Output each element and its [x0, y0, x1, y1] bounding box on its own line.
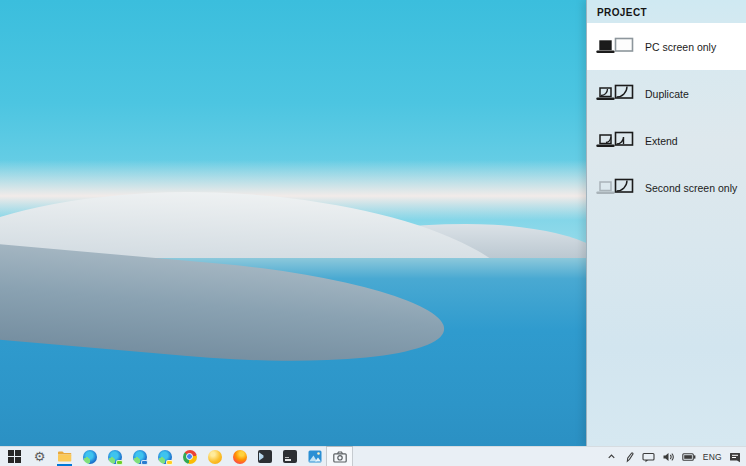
taskbar: ⚙	[0, 446, 746, 466]
project-option-extend[interactable]: Extend	[587, 117, 746, 164]
project-panel-title: PROJECT	[587, 0, 746, 23]
second-screen-only-icon	[596, 176, 636, 200]
touch-keyboard-button[interactable]	[642, 447, 655, 466]
edge-beta-button[interactable]	[102, 447, 127, 466]
volume-button[interactable]	[662, 447, 675, 466]
project-panel: PROJECT PC screen only Duplicate	[586, 0, 746, 446]
edge-canary-button[interactable]	[152, 447, 177, 466]
gear-icon: ⚙	[34, 450, 46, 463]
project-option-label: Second screen only	[645, 182, 737, 194]
pc-screen-only-icon	[596, 35, 636, 59]
firefox-icon	[233, 450, 247, 464]
chrome-canary-button[interactable]	[202, 447, 227, 466]
edge-icon	[83, 450, 97, 464]
edge-dev-icon	[133, 450, 147, 464]
project-option-pc-screen-only[interactable]: PC screen only	[587, 23, 746, 70]
extend-icon	[596, 129, 636, 153]
photos-icon	[308, 450, 322, 463]
language-label: ENG	[703, 452, 722, 462]
action-center-icon	[729, 451, 741, 463]
edge-button[interactable]	[77, 447, 102, 466]
camera-button[interactable]	[327, 447, 352, 466]
dev-badge	[141, 460, 148, 465]
chrome-canary-icon	[208, 450, 222, 464]
edge-dev-button[interactable]	[127, 447, 152, 466]
project-option-label: PC screen only	[645, 41, 716, 53]
beta-badge	[116, 460, 123, 465]
chrome-button[interactable]	[177, 447, 202, 466]
pen-icon	[624, 451, 635, 463]
settings-button[interactable]: ⚙	[27, 447, 52, 466]
terminal-button[interactable]	[252, 447, 277, 466]
canary-badge	[166, 460, 173, 465]
firefox-button[interactable]	[227, 447, 252, 466]
speaker-icon	[662, 451, 675, 463]
battery-icon	[682, 452, 696, 462]
touch-keyboard-icon	[642, 451, 655, 463]
project-option-label: Duplicate	[645, 88, 689, 100]
language-indicator[interactable]: ENG	[703, 447, 722, 466]
windows-logo-icon	[8, 450, 21, 463]
system-tray: ENG	[606, 447, 743, 466]
terminal-icon	[258, 450, 272, 463]
edge-canary-icon	[158, 450, 172, 464]
battery-button[interactable]	[682, 447, 696, 466]
start-button[interactable]	[2, 447, 27, 466]
project-option-label: Extend	[645, 135, 678, 147]
desktop-screen: PROJECT PC screen only Duplicate	[0, 0, 746, 466]
taskbar-apps: ⚙	[2, 447, 352, 466]
chrome-icon	[183, 450, 197, 464]
chevron-up-icon	[606, 451, 617, 462]
folder-icon	[57, 450, 72, 463]
project-option-second-screen-only[interactable]: Second screen only	[587, 164, 746, 211]
camera-icon	[333, 451, 347, 463]
command-prompt-button[interactable]	[277, 447, 302, 466]
pen-settings-button[interactable]	[624, 447, 635, 466]
photos-button[interactable]	[302, 447, 327, 466]
duplicate-icon	[596, 82, 636, 106]
hidden-icons-button[interactable]	[606, 447, 617, 466]
file-explorer-button[interactable]	[52, 447, 77, 466]
command-prompt-icon	[283, 450, 297, 463]
project-option-duplicate[interactable]: Duplicate	[587, 70, 746, 117]
edge-beta-icon	[108, 450, 122, 464]
action-center-button[interactable]	[729, 447, 741, 466]
